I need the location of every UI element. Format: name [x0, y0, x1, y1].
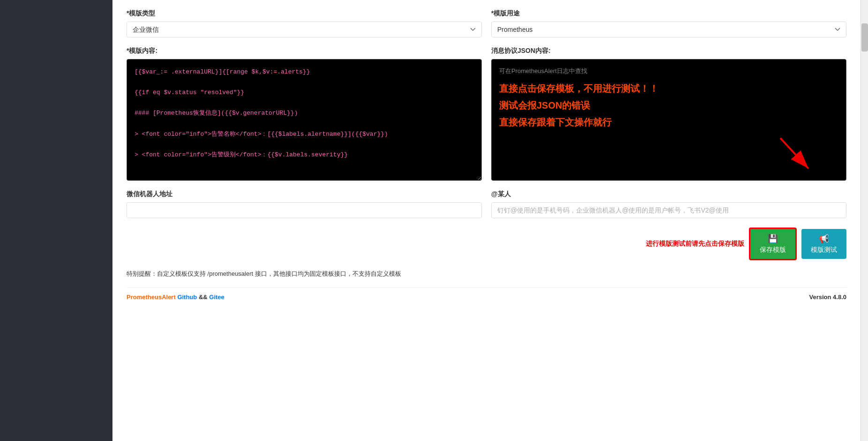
template-type-label: *模版类型	[127, 9, 482, 18]
robot-address-label: 微信机器人地址	[127, 190, 482, 198]
footer-left: PrometheusAlert Github && Gitee	[127, 294, 224, 301]
page-scrollbar[interactable]	[861, 0, 868, 441]
save-button[interactable]: 💾 保存模版	[749, 228, 797, 260]
test-icon: 📢	[819, 234, 829, 244]
footer-github-link[interactable]: Github	[177, 294, 197, 301]
json-warning-line3: 直接保存跟着下文操作就行	[499, 114, 838, 131]
json-content-col: 消息协议JSON内容: 可在PrometheusAlert日志中查找 直接点击保…	[491, 47, 846, 181]
json-warning-line1: 直接点击保存模板，不用进行测试！！	[499, 80, 838, 97]
footer-right: Version 4.8.0	[809, 294, 847, 301]
footer-separator: &&	[199, 294, 209, 301]
test-button[interactable]: 📢 模版测试	[801, 229, 846, 259]
robot-address-col: 微信机器人地址	[127, 190, 482, 218]
at-person-input[interactable]	[491, 202, 846, 218]
at-person-label: @某人	[491, 190, 846, 198]
scrollbar-thumb[interactable]	[861, 23, 868, 51]
save-icon: 💾	[768, 234, 778, 244]
template-purpose-label: *模版用途	[491, 9, 846, 18]
red-arrow-icon	[776, 133, 818, 176]
template-content-label: *模版内容:	[127, 47, 482, 55]
sidebar	[0, 0, 112, 441]
action-hint: 进行模版测试前请先点击保存模版	[646, 240, 744, 248]
save-button-label: 保存模版	[760, 246, 786, 254]
template-purpose-select[interactable]: Prometheus	[491, 22, 846, 37]
robot-at-row: 微信机器人地址 @某人	[127, 190, 846, 218]
template-purpose-col: *模版用途 Prometheus	[491, 9, 846, 37]
template-content-editor[interactable]: [{$var_:= .externalURL}]{[range $k,$v:=.…	[127, 59, 482, 181]
template-type-col: *模版类型 企业微信	[127, 9, 482, 37]
type-purpose-row: *模版类型 企业微信 *模版用途 Prometheus	[127, 9, 846, 37]
svg-line-1	[780, 138, 808, 169]
content-section: *模版内容: [{$var_:= .externalURL}]{[range $…	[127, 47, 846, 181]
footer-brand: PrometheusAlert	[127, 294, 176, 301]
json-warning-line2: 测试会报JSON的错误	[499, 97, 838, 114]
json-hint: 可在PrometheusAlert日志中查找	[499, 67, 838, 75]
template-content-col: *模版内容: [{$var_:= .externalURL}]{[range $…	[127, 47, 482, 181]
main-content: *模版类型 企业微信 *模版用途 Prometheus *模版内容: [{$va…	[112, 0, 861, 441]
footer-gitee-link[interactable]: Gitee	[209, 294, 224, 301]
action-row: 进行模版测试前请先点击保存模版 💾 保存模版 📢 模版测试	[127, 228, 846, 260]
json-content-label: 消息协议JSON内容:	[491, 47, 846, 55]
footer: PrometheusAlert Github && Gitee Version …	[127, 287, 846, 301]
json-preview-box: 可在PrometheusAlert日志中查找 直接点击保存模板，不用进行测试！！…	[491, 59, 846, 181]
footer-version: Version 4.8.0	[809, 294, 847, 301]
at-person-col: @某人	[491, 190, 846, 218]
json-warning: 直接点击保存模板，不用进行测试！！ 测试会报JSON的错误 直接保存跟着下文操作…	[499, 80, 838, 131]
template-type-select[interactable]: 企业微信	[127, 22, 482, 37]
robot-address-input[interactable]	[127, 202, 482, 218]
special-note: 特别提醒：自定义模板仅支持 /prometheusalert 接口，其他接口均为…	[127, 270, 846, 278]
test-button-label: 模版测试	[811, 246, 837, 254]
